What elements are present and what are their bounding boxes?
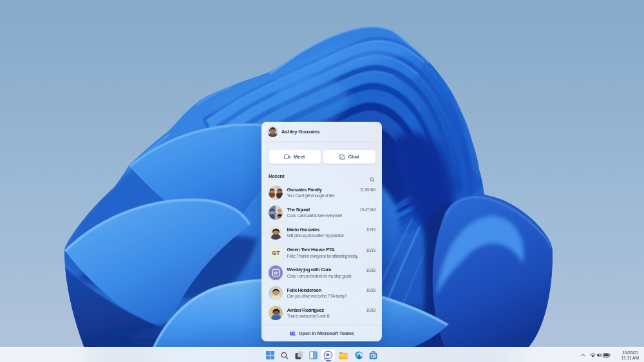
svg-text:GT: GT (272, 250, 280, 256)
